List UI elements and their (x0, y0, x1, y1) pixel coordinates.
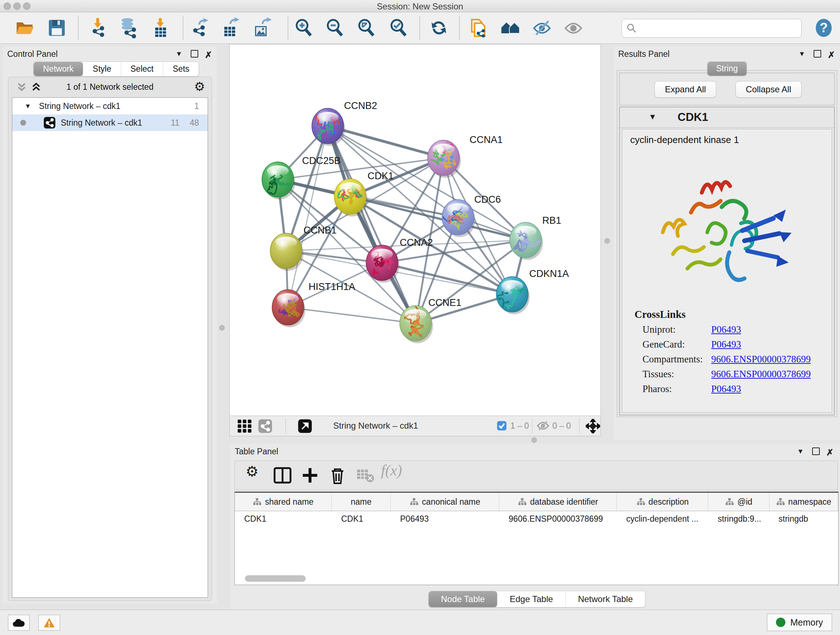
import-table-icon[interactable] (150, 17, 171, 38)
help-icon[interactable]: ? (813, 17, 834, 38)
warnings-button[interactable] (38, 615, 60, 631)
table-cell[interactable]: CDK1 (235, 511, 332, 528)
network-collection-row[interactable]: ▼ String Network – cdk1 1 (12, 98, 208, 114)
zoom-in-icon[interactable] (294, 17, 314, 38)
delete-table-icon[interactable] (355, 465, 375, 486)
panel-close-icon[interactable]: ✗ (826, 448, 834, 458)
column-header[interactable]: name (332, 493, 391, 511)
clone-network-icon[interactable] (468, 17, 489, 38)
column-header[interactable]: database identifier (499, 493, 617, 511)
crosslink-link[interactable]: P06493 (711, 339, 741, 350)
tab-node-table[interactable]: Node Table (429, 591, 497, 607)
memory-button[interactable]: Memory (767, 614, 832, 631)
panel-menu-icon[interactable]: ▼ (797, 448, 804, 455)
zoom-fit-icon[interactable] (356, 17, 377, 38)
edge-HIST1H1A-CCNE1[interactable] (288, 307, 416, 323)
edge-CCNB2-CCNE1[interactable] (328, 126, 416, 323)
node-CDKN1A[interactable]: CDKN1A (493, 268, 569, 314)
expand-all-button[interactable]: Expand All (654, 81, 716, 98)
table-cell[interactable]: 9606.ENSP00000378699 (499, 511, 617, 528)
table-cell[interactable]: cyclin-dependent ... (617, 511, 708, 528)
network-row-selected[interactable]: String Network – cdk1 11 48 (12, 114, 208, 131)
table-cell[interactable]: stringdb (769, 511, 838, 528)
column-header[interactable]: description (617, 493, 708, 511)
grid-view-icon[interactable] (237, 419, 253, 433)
search-input[interactable] (641, 21, 798, 36)
panel-float-icon[interactable] (191, 50, 198, 59)
crosslink-link[interactable]: P06493 (711, 324, 741, 335)
refresh-icon[interactable] (428, 17, 449, 38)
panel-float-icon[interactable] (812, 448, 820, 457)
node-RB1[interactable]: RB1 (510, 215, 561, 260)
panel-close-icon[interactable]: ✗ (205, 50, 212, 60)
first-neighbors-icon[interactable] (500, 17, 521, 38)
open-session-icon[interactable] (14, 17, 35, 38)
collapse-all-button[interactable]: Collapse All (736, 81, 802, 98)
table-cell[interactable]: P06493 (391, 511, 499, 528)
bottom-splitter-handle[interactable] (531, 437, 537, 443)
hide-selected-icon[interactable] (532, 17, 553, 38)
collection-caret-icon[interactable]: ▼ (25, 103, 31, 110)
footer-separator (286, 418, 286, 433)
horizontal-scrollbar[interactable] (240, 575, 837, 583)
crosslink-link[interactable]: 9606.ENSP00000378699 (711, 369, 811, 380)
tab-network-table[interactable]: Network Table (566, 591, 645, 607)
table-options-gear-icon[interactable]: ⚙ (246, 463, 266, 483)
tab-edge-table[interactable]: Edge Table (497, 591, 566, 607)
panel-close-icon[interactable]: ✗ (828, 50, 835, 60)
selected-checkbox-icon[interactable] (497, 421, 507, 431)
edge-CCNB2-HIST1H1A[interactable] (288, 126, 328, 307)
table-cell[interactable]: CDK1 (332, 511, 391, 528)
tab-sets[interactable]: Sets (163, 62, 199, 76)
column-header[interactable]: shared name (235, 493, 332, 511)
table-cell[interactable]: stringdb:9... (708, 511, 769, 528)
left-splitter-handle[interactable] (219, 325, 225, 331)
search-box[interactable] (622, 19, 802, 38)
tab-network[interactable]: Network (34, 62, 83, 76)
column-header[interactable]: canonical name (391, 493, 499, 511)
delete-column-icon[interactable] (327, 465, 347, 486)
function-builder-icon[interactable]: f(x) (381, 462, 401, 482)
selected-count: 1 – 0 (510, 421, 529, 431)
node-CCNE1[interactable]: CCNE1 (400, 297, 462, 343)
create-column-icon[interactable] (300, 465, 320, 486)
hidden-count: 0 – 0 (553, 421, 571, 431)
node-CCNB2[interactable]: CCNB2 (312, 100, 377, 146)
network-options-gear-icon[interactable]: ⚙ (194, 79, 205, 94)
node-result-header[interactable]: ▼ CDK1 (620, 107, 834, 128)
birds-eye-view-icon[interactable] (298, 419, 312, 433)
tab-string[interactable]: String (707, 62, 746, 76)
right-splitter-handle[interactable] (605, 238, 610, 244)
panel-float-icon[interactable] (813, 50, 821, 59)
scrollbar-thumb[interactable] (245, 575, 306, 582)
entry-caret-icon[interactable]: ▼ (649, 112, 657, 122)
zoom-out-icon[interactable] (325, 17, 346, 38)
node-CCNB1[interactable]: CCNB1 (270, 225, 337, 271)
import-network-icon[interactable] (88, 17, 109, 38)
import-network-from-database-icon[interactable] (118, 17, 139, 38)
network-view-canvas[interactable]: CCNB2CCNA1CDC25BCDK1CDC6RB1CCNB1CCNA2CDK… (229, 44, 601, 416)
export-image-icon[interactable] (251, 17, 272, 38)
table-row[interactable]: CDK1CDK1P064939606.ENSP00000378699cyclin… (235, 511, 838, 528)
cytoscape-window: Session: New Session (0, 0, 840, 635)
panel-menu-icon[interactable]: ▼ (798, 50, 805, 58)
zoom-selected-icon[interactable] (388, 17, 409, 38)
node-HIST1H1A[interactable]: HIST1H1A (272, 281, 355, 327)
column-type-icon (725, 498, 734, 506)
column-header[interactable]: @id (708, 493, 769, 511)
pan-crosshair-icon[interactable] (586, 419, 600, 433)
panel-menu-icon[interactable]: ▼ (175, 50, 182, 58)
show-all-icon[interactable] (563, 17, 584, 38)
node-CCNA1[interactable]: CCNA1 (428, 134, 503, 178)
network-view-mode-icon[interactable] (258, 419, 272, 433)
crosslink-link[interactable]: P06493 (711, 383, 741, 394)
export-table-icon[interactable] (220, 17, 241, 38)
show-columns-icon[interactable] (272, 465, 293, 486)
crosslink-link[interactable]: 9606.ENSP00000378699 (711, 354, 811, 365)
tab-select[interactable]: Select (121, 62, 164, 76)
tab-style[interactable]: Style (83, 62, 121, 76)
save-session-icon[interactable] (46, 17, 67, 38)
cloud-status-button[interactable] (8, 615, 30, 631)
column-header[interactable]: namespace (769, 493, 838, 511)
export-network-icon[interactable] (189, 17, 210, 38)
